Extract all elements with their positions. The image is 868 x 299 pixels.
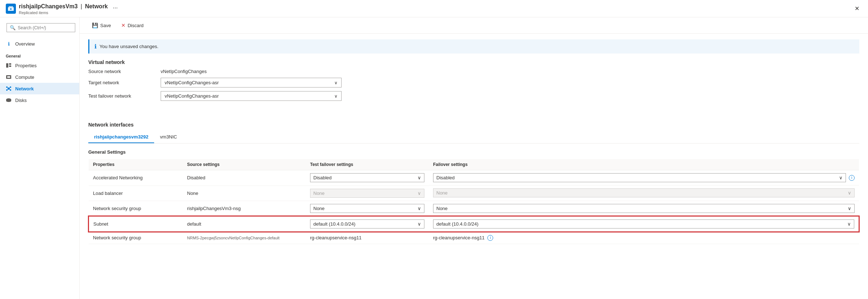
row-property: Load balancer: [89, 185, 183, 201]
row-failover-cell: Disabled ∨ i: [429, 170, 859, 185]
test-failover-network-row: Test failover network vNetIpConfigChange…: [88, 91, 859, 101]
row-test-cell: None ∨: [306, 185, 429, 201]
row-failover-cell: None ∨: [429, 185, 859, 201]
sidebar: 🔍 « ℹ Overview General Properties: [0, 17, 80, 299]
failover-dropdown-1: None ∨: [433, 188, 855, 197]
table-row: Network security group rishjailpChangesV…: [89, 201, 859, 216]
failover-value-0: Disabled: [436, 175, 455, 180]
target-network-row: Target network vNetIpConfigChanges-asr ∨: [88, 78, 859, 87]
source-network-label: Source network: [88, 69, 161, 74]
failover-value-2: None: [436, 206, 448, 211]
failover-chevron-1: ∨: [848, 190, 851, 196]
info-icon-4[interactable]: i: [487, 235, 493, 241]
settings-table: Properties Source settings Test failover…: [88, 159, 859, 244]
row-test-cell: default (10.4.0.0/24) ∨: [306, 216, 429, 232]
general-settings-title: General Settings: [88, 149, 859, 155]
row-source: None: [183, 185, 306, 201]
target-network-chevron: ∨: [334, 80, 338, 85]
header-subtitle: Replicated items: [19, 10, 120, 15]
sidebar-item-network[interactable]: Network: [0, 83, 79, 94]
test-failover-value: vNetIpConfigChanges-asr: [165, 93, 219, 99]
overview-label: Overview: [15, 41, 35, 47]
test-chevron-2: ∨: [418, 206, 421, 211]
test-dropdown-0[interactable]: Disabled ∨: [310, 173, 424, 182]
col-header-source: Source settings: [183, 159, 306, 170]
table-row: Accelerated Networking Disabled Disabled…: [89, 170, 859, 186]
network-icon: [6, 86, 12, 91]
source-network-value: vNetIpConfigChanges: [161, 69, 207, 74]
svg-rect-7: [7, 76, 10, 78]
test-dropdown-3[interactable]: default (10.4.0.0/24) ∨: [310, 219, 424, 228]
vm-name: rishjailpChangesVm3: [19, 3, 78, 10]
save-button[interactable]: 💾 Save: [88, 20, 115, 30]
test-value-0: Disabled: [313, 175, 332, 180]
properties-label: Properties: [15, 63, 37, 68]
virtual-network-section: Virtual network Source network vNetIpCon…: [80, 59, 868, 110]
row-failover-cell: rg-cleanupservice-nsg11 i: [429, 232, 859, 244]
test-failover-chevron: ∨: [334, 94, 338, 99]
header-title-group: rishjailpChangesVm3 | Network ... Replic…: [19, 3, 120, 15]
row-test-cell: rg-cleanupservice-nsg11: [306, 232, 429, 244]
target-network-dropdown[interactable]: vNetIpConfigChanges-asr ∨: [161, 78, 342, 87]
test-chevron-0: ∨: [418, 175, 421, 180]
overview-icon: ℹ: [6, 41, 12, 47]
toolbar: 💾 Save ✕ Discard: [80, 17, 868, 34]
sidebar-item-properties[interactable]: Properties: [0, 60, 79, 71]
test-value-2: None: [313, 206, 325, 211]
test-value-4: rg-cleanupservice-nsg11: [310, 235, 361, 240]
virtual-network-title: Virtual network: [88, 59, 859, 65]
general-section-label: General: [0, 50, 79, 60]
row-property: Subnet: [89, 216, 183, 232]
content-area: 💾 Save ✕ Discard ℹ You have unsaved chan…: [80, 17, 868, 299]
svg-rect-1: [9, 6, 13, 7]
compute-icon: [6, 74, 12, 80]
col-header-properties: Properties: [89, 159, 183, 170]
more-button[interactable]: ...: [111, 3, 120, 10]
network-interfaces-title: Network interfaces: [88, 122, 859, 128]
properties-icon: [6, 63, 12, 68]
row-property: Network security group: [89, 232, 183, 244]
target-network-label: Target network: [88, 80, 161, 85]
tab-nic1[interactable]: rishjaiipchangesvm3292: [88, 131, 154, 143]
failover-dropdown-3[interactable]: default (10.4.0.0/24) ∨: [433, 219, 854, 228]
sidebar-item-disks[interactable]: Disks: [0, 94, 79, 106]
network-interfaces-section: Network interfaces rishjaiipchangesvm329…: [80, 110, 868, 144]
app-icon: [6, 4, 16, 14]
tabs-bar: rishjaiipchangesvm3292 vm3NIC: [88, 131, 859, 144]
test-value-3: default (10.4.0.0/24): [313, 221, 355, 227]
table-container: General Settings Properties Source setti…: [80, 144, 868, 250]
failover-chevron-0: ∨: [839, 175, 843, 180]
row-source: default: [183, 216, 306, 232]
app-header: rishjailpChangesVm3 | Network ... Replic…: [0, 0, 868, 17]
alert-icon: ℹ: [94, 43, 97, 50]
table-row: Network security group NRMS-2pecgwj5zson…: [89, 232, 859, 244]
test-chevron-1: ∨: [418, 191, 421, 196]
col-header-failover: Failover settings: [429, 159, 859, 170]
section-title: Network: [85, 3, 108, 10]
failover-dropdown-0[interactable]: Disabled ∨: [433, 173, 846, 182]
target-network-value: vNetIpConfigChanges-asr: [165, 80, 219, 85]
search-box[interactable]: 🔍: [7, 23, 75, 32]
svg-point-2: [10, 8, 12, 10]
test-failover-dropdown[interactable]: vNetIpConfigChanges-asr ∨: [161, 91, 342, 101]
discard-icon: ✕: [121, 22, 126, 28]
discard-button[interactable]: ✕ Discard: [118, 20, 147, 30]
table-header-row: Properties Source settings Test failover…: [89, 159, 859, 170]
test-value-1: None: [313, 191, 325, 196]
close-button[interactable]: ✕: [852, 4, 862, 13]
test-dropdown-2[interactable]: None ∨: [310, 204, 424, 213]
tab-nic2[interactable]: vm3NIC: [154, 131, 183, 143]
sidebar-item-compute[interactable]: Compute: [0, 71, 79, 83]
source-network-row: Source network vNetIpConfigChanges: [88, 69, 859, 74]
sidebar-item-overview[interactable]: ℹ Overview: [0, 38, 79, 50]
row-test-cell: Disabled ∨: [306, 170, 429, 186]
info-icon-0[interactable]: i: [849, 175, 855, 181]
disks-icon: [6, 97, 12, 103]
row-source: Disabled: [183, 170, 306, 186]
failover-value-3: default (10.4.0.0/24): [436, 221, 478, 227]
failover-dropdown-2[interactable]: None ∨: [433, 204, 855, 213]
test-chevron-3: ∨: [418, 221, 421, 227]
search-input[interactable]: [18, 25, 72, 30]
table-row: Load balancer None None ∨ None: [89, 185, 859, 201]
header-separator: |: [81, 3, 82, 10]
